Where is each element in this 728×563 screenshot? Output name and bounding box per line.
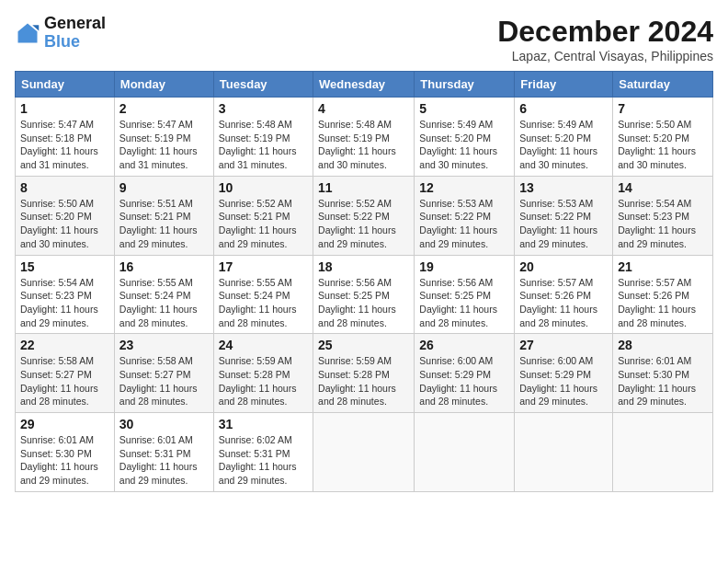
calendar-cell: 6Sunrise: 5:49 AMSunset: 5:20 PMDaylight…: [515, 98, 613, 177]
calendar-cell: 18Sunrise: 5:56 AMSunset: 5:25 PMDayligh…: [313, 255, 415, 334]
day-info: Sunrise: 6:00 AMSunset: 5:29 PMDaylight:…: [419, 354, 509, 408]
day-info: Sunrise: 5:48 AMSunset: 5:19 PMDaylight:…: [219, 118, 308, 172]
calendar-cell: 26Sunrise: 6:00 AMSunset: 5:29 PMDayligh…: [415, 334, 515, 413]
calendar-cell: 3Sunrise: 5:48 AMSunset: 5:19 PMDaylight…: [213, 98, 313, 177]
calendar-cell: 17Sunrise: 5:55 AMSunset: 5:24 PMDayligh…: [213, 255, 313, 334]
day-number: 12: [419, 180, 509, 195]
day-number: 13: [519, 180, 608, 195]
day-number: 31: [219, 417, 308, 431]
calendar-cell: 23Sunrise: 5:58 AMSunset: 5:27 PMDayligh…: [114, 334, 213, 413]
day-number: 2: [119, 101, 209, 116]
calendar-cell: 16Sunrise: 5:55 AMSunset: 5:24 PMDayligh…: [114, 255, 213, 334]
calendar-cell: 21Sunrise: 5:57 AMSunset: 5:26 PMDayligh…: [613, 255, 713, 334]
month-title: December 2024: [497, 15, 713, 49]
day-info: Sunrise: 5:54 AMSunset: 5:23 PMDaylight:…: [618, 197, 708, 251]
day-number: 23: [119, 338, 209, 352]
day-number: 22: [20, 338, 109, 352]
location-subtitle: Lapaz, Central Visayas, Philippines: [497, 49, 713, 63]
calendar-table: SundayMondayTuesdayWednesdayThursdayFrid…: [15, 71, 713, 492]
day-number: 8: [20, 180, 109, 195]
day-number: 30: [119, 417, 209, 431]
weekday-tuesday: Tuesday: [213, 72, 313, 98]
day-number: 20: [519, 259, 608, 274]
logo-icon: [15, 20, 40, 46]
calendar-cell: 15Sunrise: 5:54 AMSunset: 5:23 PMDayligh…: [16, 255, 115, 334]
weekday-saturday: Saturday: [613, 72, 713, 98]
calendar-cell: 4Sunrise: 5:48 AMSunset: 5:19 PMDaylight…: [313, 98, 415, 177]
day-info: Sunrise: 5:48 AMSunset: 5:19 PMDaylight:…: [318, 118, 409, 172]
day-number: 6: [519, 101, 608, 116]
day-number: 27: [519, 338, 608, 352]
day-number: 28: [618, 338, 708, 352]
weekday-thursday: Thursday: [415, 72, 515, 98]
calendar-week-2: 8Sunrise: 5:50 AMSunset: 5:20 PMDaylight…: [16, 176, 713, 255]
calendar-cell: [415, 413, 515, 492]
calendar-cell: 14Sunrise: 5:54 AMSunset: 5:23 PMDayligh…: [613, 176, 713, 255]
logo: General Blue: [15, 15, 106, 52]
day-info: Sunrise: 6:02 AMSunset: 5:31 PMDaylight:…: [219, 433, 308, 488]
calendar-cell: 5Sunrise: 5:49 AMSunset: 5:20 PMDaylight…: [415, 98, 515, 177]
calendar-cell: 28Sunrise: 6:01 AMSunset: 5:30 PMDayligh…: [613, 334, 713, 413]
day-number: 3: [219, 101, 308, 116]
calendar-cell: 2Sunrise: 5:47 AMSunset: 5:19 PMDaylight…: [114, 98, 213, 177]
calendar-cell: 11Sunrise: 5:52 AMSunset: 5:22 PMDayligh…: [313, 176, 415, 255]
day-number: 10: [219, 180, 308, 195]
day-number: 9: [119, 180, 209, 195]
day-info: Sunrise: 5:50 AMSunset: 5:20 PMDaylight:…: [618, 118, 708, 172]
calendar-body: 1Sunrise: 5:47 AMSunset: 5:18 PMDaylight…: [16, 98, 713, 492]
day-info: Sunrise: 5:52 AMSunset: 5:22 PMDaylight:…: [318, 197, 409, 251]
weekday-wednesday: Wednesday: [313, 72, 415, 98]
weekday-header: SundayMondayTuesdayWednesdayThursdayFrid…: [16, 72, 713, 98]
calendar-week-3: 15Sunrise: 5:54 AMSunset: 5:23 PMDayligh…: [16, 255, 713, 334]
calendar-cell: 30Sunrise: 6:01 AMSunset: 5:31 PMDayligh…: [114, 413, 213, 492]
day-number: 18: [318, 259, 409, 274]
day-info: Sunrise: 5:59 AMSunset: 5:28 PMDaylight:…: [219, 354, 308, 408]
day-info: Sunrise: 5:53 AMSunset: 5:22 PMDaylight:…: [519, 197, 608, 251]
day-info: Sunrise: 5:51 AMSunset: 5:21 PMDaylight:…: [119, 197, 209, 251]
calendar-week-1: 1Sunrise: 5:47 AMSunset: 5:18 PMDaylight…: [16, 98, 713, 177]
day-number: 14: [618, 180, 708, 195]
calendar-cell: 1Sunrise: 5:47 AMSunset: 5:18 PMDaylight…: [16, 98, 115, 177]
day-info: Sunrise: 5:59 AMSunset: 5:28 PMDaylight:…: [318, 354, 409, 408]
day-info: Sunrise: 6:01 AMSunset: 5:30 PMDaylight:…: [618, 354, 708, 408]
day-info: Sunrise: 6:01 AMSunset: 5:30 PMDaylight:…: [20, 433, 109, 488]
day-info: Sunrise: 5:47 AMSunset: 5:18 PMDaylight:…: [20, 118, 109, 172]
day-number: 17: [219, 259, 308, 274]
weekday-sunday: Sunday: [16, 72, 115, 98]
calendar-cell: 9Sunrise: 5:51 AMSunset: 5:21 PMDaylight…: [114, 176, 213, 255]
logo-text: General Blue: [44, 15, 106, 52]
day-info: Sunrise: 5:58 AMSunset: 5:27 PMDaylight:…: [119, 354, 209, 408]
day-number: 25: [318, 338, 409, 352]
day-info: Sunrise: 5:49 AMSunset: 5:20 PMDaylight:…: [419, 118, 509, 172]
calendar-cell: 20Sunrise: 5:57 AMSunset: 5:26 PMDayligh…: [515, 255, 613, 334]
calendar-cell: [313, 413, 415, 492]
day-number: 7: [618, 101, 708, 116]
day-number: 24: [219, 338, 308, 352]
calendar-week-4: 22Sunrise: 5:58 AMSunset: 5:27 PMDayligh…: [16, 334, 713, 413]
calendar-cell: 25Sunrise: 5:59 AMSunset: 5:28 PMDayligh…: [313, 334, 415, 413]
title-area: December 2024 Lapaz, Central Visayas, Ph…: [497, 15, 713, 63]
day-number: 19: [419, 259, 509, 274]
day-number: 26: [419, 338, 509, 352]
calendar-cell: 12Sunrise: 5:53 AMSunset: 5:22 PMDayligh…: [415, 176, 515, 255]
day-info: Sunrise: 5:52 AMSunset: 5:21 PMDaylight:…: [219, 197, 308, 251]
day-info: Sunrise: 6:01 AMSunset: 5:31 PMDaylight:…: [119, 433, 209, 488]
day-number: 11: [318, 180, 409, 195]
day-number: 21: [618, 259, 708, 274]
calendar-cell: 22Sunrise: 5:58 AMSunset: 5:27 PMDayligh…: [16, 334, 115, 413]
day-info: Sunrise: 5:56 AMSunset: 5:25 PMDaylight:…: [419, 276, 509, 330]
calendar-cell: 31Sunrise: 6:02 AMSunset: 5:31 PMDayligh…: [213, 413, 313, 492]
calendar-cell: 27Sunrise: 6:00 AMSunset: 5:29 PMDayligh…: [515, 334, 613, 413]
day-number: 4: [318, 101, 409, 116]
day-number: 1: [20, 101, 109, 116]
calendar-cell: 19Sunrise: 5:56 AMSunset: 5:25 PMDayligh…: [415, 255, 515, 334]
calendar-week-5: 29Sunrise: 6:01 AMSunset: 5:30 PMDayligh…: [16, 413, 713, 492]
calendar-cell: 24Sunrise: 5:59 AMSunset: 5:28 PMDayligh…: [213, 334, 313, 413]
day-number: 16: [119, 259, 209, 274]
calendar-cell: [613, 413, 713, 492]
day-info: Sunrise: 5:57 AMSunset: 5:26 PMDaylight:…: [519, 276, 608, 330]
day-info: Sunrise: 5:55 AMSunset: 5:24 PMDaylight:…: [219, 276, 308, 330]
calendar-cell: 13Sunrise: 5:53 AMSunset: 5:22 PMDayligh…: [515, 176, 613, 255]
day-info: Sunrise: 6:00 AMSunset: 5:29 PMDaylight:…: [519, 354, 608, 408]
calendar-cell: 29Sunrise: 6:01 AMSunset: 5:30 PMDayligh…: [16, 413, 115, 492]
